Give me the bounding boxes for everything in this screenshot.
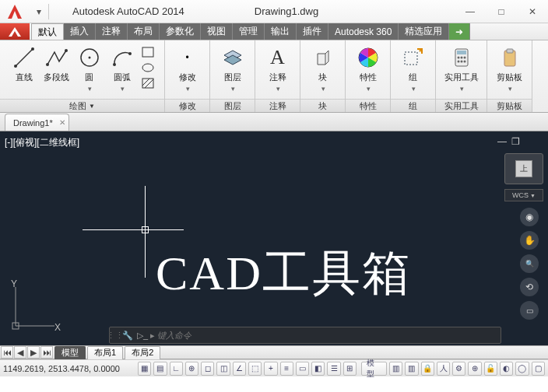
ribbon-tab-view[interactable]: 视图 [201, 23, 233, 40]
orbit-icon[interactable]: ⟲ [520, 278, 539, 296]
hatch-icon[interactable] [140, 76, 156, 90]
svg-point-23 [463, 61, 465, 63]
tpy-toggle[interactable]: ▭ [296, 362, 309, 376]
layout-first-icon[interactable]: ⏮ [1, 346, 13, 359]
panel-title-draw[interactable]: 绘图▼ [0, 99, 164, 112]
toolbar-lock-icon[interactable]: 🔓 [484, 362, 497, 376]
maximize-button[interactable]: □ [486, 0, 517, 23]
model-button[interactable]: 模型 [361, 362, 387, 376]
properties-button[interactable]: 特性 [353, 44, 383, 93]
calc-icon [449, 45, 474, 70]
svg-point-10 [142, 64, 153, 72]
dot-icon: • [175, 45, 200, 70]
pickbox [142, 226, 149, 233]
text-icon: A [265, 45, 290, 70]
polar-toggle[interactable]: ⊕ [185, 362, 198, 376]
clipboard-button[interactable]: 剪贴板 [495, 44, 525, 93]
ribbon-tab-parametric[interactable]: 参数化 [160, 23, 201, 40]
ribbon-tab-featured[interactable]: 精选应用 [399, 23, 449, 40]
otrack-toggle[interactable]: ∠ [233, 362, 246, 376]
qv-layouts-icon[interactable]: ▥ [389, 362, 402, 376]
group-button[interactable]: 组 [399, 44, 428, 93]
ribbon-tab-insert[interactable]: 插入 [64, 23, 96, 40]
ribbon-tab-manage[interactable]: 管理 [233, 23, 265, 40]
modify-button[interactable]: •修改 [173, 44, 202, 93]
app-menu-button[interactable] [0, 23, 30, 40]
hardware-icon[interactable]: ◐ [500, 362, 513, 376]
lwt-toggle[interactable]: ≡ [280, 362, 293, 376]
svg-rect-25 [507, 49, 513, 53]
ucs-icon: YX [8, 279, 62, 336]
layout-tab-1[interactable]: 布局1 [87, 346, 123, 359]
ribbon-tab-plugins[interactable]: 插件 [297, 23, 328, 40]
snap-toggle[interactable]: ▦ [138, 362, 151, 376]
coordinates[interactable]: 1149.2619, 2513.4478, 0.0000 [3, 364, 135, 373]
ribbon-tab-more[interactable]: ➜ [449, 23, 470, 40]
layout-next-icon[interactable]: ▶ [27, 346, 40, 359]
layout-tab-model[interactable]: 模型 [54, 346, 86, 359]
grid-toggle[interactable]: ▤ [153, 362, 167, 376]
layout-tab-2[interactable]: 布局2 [125, 346, 160, 359]
ribbon-tab-output[interactable]: 输出 [265, 23, 297, 40]
nav-wheel-icon[interactable]: ◉ [520, 208, 539, 226]
ellipse-icon[interactable] [140, 61, 156, 75]
qv-drawings-icon[interactable]: ▥ [405, 362, 418, 376]
cmd-history-icon[interactable]: 🔧 [121, 331, 135, 341]
3dosnap-toggle[interactable]: ◫ [216, 362, 230, 376]
document-tab[interactable]: Drawing1* ✕ [5, 114, 69, 131]
view-cube[interactable]: 上 [504, 153, 543, 184]
circle-button[interactable]: 圆 [75, 44, 104, 93]
rect-icon[interactable] [140, 45, 156, 59]
close-button[interactable]: ✕ [517, 0, 548, 23]
ribbon-tab-layout[interactable]: 布局 [128, 23, 160, 40]
showmotion-icon[interactable]: ▭ [520, 301, 539, 320]
am-toggle[interactable]: ⊞ [343, 362, 357, 376]
polyline-button[interactable]: 多段线 [42, 44, 72, 83]
wcs-indicator[interactable]: WCS▼ [504, 189, 543, 201]
ortho-toggle[interactable]: ∟ [170, 362, 183, 376]
annoscale-icon[interactable]: 🔒 [421, 362, 434, 376]
command-input[interactable] [157, 331, 501, 340]
annovis-icon[interactable]: 人 [437, 362, 450, 376]
qp-toggle[interactable]: ◧ [311, 362, 325, 376]
drawing-canvas[interactable]: [-][俯视][二维线框] — ❐ 上 WCS▼ ◉ ✋ 🔍 ⟲ ▭ CAD工具… [0, 131, 548, 345]
svg-point-7 [113, 63, 116, 66]
block-button[interactable]: 块 [308, 44, 338, 93]
panel-title-block: 块 [300, 99, 345, 112]
layer-icon [220, 45, 245, 70]
osnap-toggle[interactable]: ◻ [201, 362, 214, 376]
close-tab-icon[interactable]: ✕ [59, 118, 65, 127]
dyn-toggle[interactable]: + [264, 362, 277, 376]
ws-switch-icon[interactable]: ⊕ [468, 362, 481, 376]
colorwheel-icon [356, 45, 381, 70]
ducs-toggle[interactable]: ⬚ [248, 362, 262, 376]
pan-icon[interactable]: ✋ [520, 231, 539, 250]
minimize-button[interactable]: — [455, 0, 486, 23]
cmd-grip-icon[interactable]: ⋮⋮ [110, 331, 121, 341]
clean-screen-icon[interactable]: ▢ [532, 362, 545, 376]
ribbon-tab-default[interactable]: 默认 [31, 23, 64, 40]
group-icon [401, 45, 426, 70]
viewport-minimize-icon[interactable]: — [497, 136, 507, 147]
layout-last-icon[interactable]: ⏭ [40, 346, 53, 359]
layer-button[interactable]: 图层 [218, 44, 248, 93]
annoauto-icon[interactable]: ⚙ [452, 362, 465, 376]
svg-point-6 [88, 57, 90, 59]
annotate-button[interactable]: A注释 [263, 44, 293, 93]
ribbon-tab-annotate[interactable]: 注释 [96, 23, 128, 40]
arc-button[interactable]: 圆弧 [107, 44, 137, 93]
sc-toggle[interactable]: ☰ [327, 362, 340, 376]
isolate-icon[interactable]: ◯ [515, 362, 529, 376]
viewport-restore-icon[interactable]: ❐ [511, 136, 520, 147]
cmd-prompt-icon: ▷_ [135, 331, 150, 341]
viewport-info[interactable]: [-][俯视][二维线框] [5, 136, 79, 149]
line-button[interactable]: 直线 [9, 44, 39, 83]
ribbon-tab-a360[interactable]: Autodesk 360 [328, 23, 399, 40]
ribbon: 直线 多段线 圆 圆弧 绘图▼ •修改 修改 图层 图层 A注释 注释 块 块 … [0, 40, 548, 113]
layout-prev-icon[interactable]: ◀ [14, 346, 26, 359]
utilities-button[interactable]: 实用工具 [440, 44, 483, 93]
command-line[interactable]: ⋮⋮ 🔧 ▷_ ▸ [109, 327, 501, 344]
zoom-icon[interactable]: 🔍 [520, 254, 539, 273]
app-logo[interactable] [3, 1, 26, 23]
qat-item[interactable]: ▾ [34, 7, 44, 16]
